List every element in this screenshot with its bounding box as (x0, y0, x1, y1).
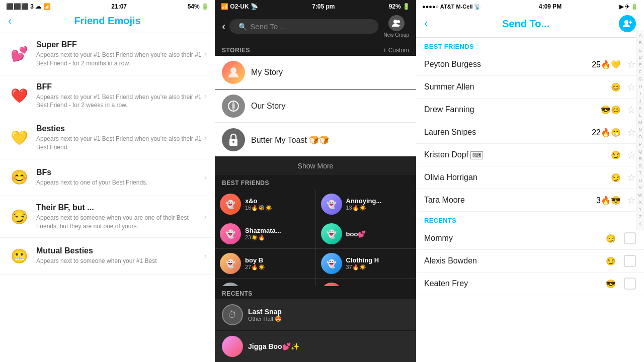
az-letter[interactable]: P (638, 141, 641, 148)
select-checkbox[interactable] (624, 278, 636, 290)
list-item[interactable]: Mommy 😏 (416, 227, 644, 250)
az-letter[interactable]: H (638, 83, 642, 90)
az-index-sidebar[interactable]: A B C D E F G H I J K L M N O P Q R S T … (636, 30, 644, 230)
custom-button[interactable]: + Custom (383, 47, 409, 54)
story-item[interactable]: Butter My Toast 🍞🍞 (215, 123, 416, 156)
az-letter[interactable]: T (639, 169, 642, 176)
list-item[interactable]: 💛 Besties Appears next to your #1 Best F… (0, 117, 215, 159)
list-item[interactable]: Kristen Dopf ⌨ 😏 ☆ (416, 144, 644, 166)
list-item[interactable]: 💕 Super BFF Appears next to your #1 Best… (0, 33, 215, 75)
list-item[interactable]: Summer Allen 😊 ☆ (416, 76, 644, 99)
star-icon[interactable]: ☆ (627, 58, 636, 70)
bfs-title: BFs (36, 168, 204, 177)
list-item[interactable]: 👻 boo💕 (316, 219, 417, 248)
send-to-panel-right: ●●●●○ AT&T M-Cell 📡 4:09 PM ▶ ✈ 🔋 ‹ Send… (416, 0, 644, 362)
friend-emojis: 😏 (611, 173, 621, 183)
az-letter[interactable]: F (639, 68, 642, 75)
az-letter[interactable]: W (638, 192, 642, 199)
az-letter[interactable]: B (638, 39, 641, 46)
list-item[interactable]: Keaten Frey 😎 (416, 273, 644, 295)
list-item[interactable]: Peyton Burgess 25🔥💛 ☆ (416, 53, 644, 76)
bf-info: Clothing H 37🔥☀️ (346, 256, 379, 270)
list-item[interactable]: 👻 Shazmata... 23☀️🔥 (215, 219, 315, 248)
list-item[interactable]: ⏱ Last Snap Other Half 😍 (215, 299, 416, 330)
bf-name: Annoying... (346, 197, 382, 205)
list-item[interactable]: 👻 x&o 16🔥🐝☀️ (215, 190, 315, 219)
super-bff-icon: 💕 (8, 43, 30, 65)
their-bf-icon: 😏 (8, 206, 30, 228)
list-item[interactable]: 👻 ldek (316, 279, 417, 286)
az-letter[interactable]: U (638, 177, 642, 184)
search-bar-2[interactable]: 🔍 Send To ... (229, 19, 378, 34)
our-story-avatar (222, 95, 245, 118)
az-letter[interactable]: O (638, 133, 642, 140)
list-item[interactable]: 😊 BFs Appears next to one of your Best F… (0, 159, 215, 196)
list-item[interactable]: Jigga Boo💕✨ (215, 331, 416, 362)
list-item[interactable]: 😏 Their BF, but ... Appears next to some… (0, 196, 215, 238)
story-item[interactable]: My Story (215, 56, 416, 89)
besties-desc: Appears next to your #1 Best Friend when… (36, 135, 204, 152)
add-friend-button[interactable] (619, 15, 636, 32)
az-letter[interactable]: D (638, 54, 642, 61)
az-letter[interactable]: Q (638, 148, 642, 155)
story-item[interactable]: Our Story (215, 89, 416, 123)
show-more-button[interactable]: Show More (215, 157, 416, 175)
bf-avatar: 👻 (220, 223, 241, 244)
friend-name: Mommy (424, 234, 606, 243)
list-item[interactable]: Lauren Snipes 22🔥😁 ☆ (416, 121, 644, 144)
back-button-1[interactable]: ‹ (8, 15, 12, 28)
star-icon[interactable]: ☆ (627, 104, 636, 116)
list-item[interactable]: 😬 Mutual Besties Appears next to someone… (0, 238, 215, 275)
az-letter[interactable]: M (638, 119, 642, 126)
az-letter[interactable]: X (638, 199, 641, 206)
az-letter[interactable]: G (638, 75, 642, 82)
star-icon[interactable]: ☆ (627, 194, 636, 206)
az-letter[interactable]: K (638, 105, 641, 112)
bf-info: Shazmata... 23☀️🔥 (245, 227, 281, 241)
list-item[interactable]: Tara Moore 3🔥😎 ☆ (416, 189, 644, 212)
az-letter[interactable]: I (639, 90, 641, 97)
list-item[interactable]: 👻 boy B 27🔥☀️ (215, 249, 315, 278)
bfs-text: BFs Appears next to one of your Best Fri… (36, 168, 204, 187)
list-item[interactable]: 👻 Clothing H 37🔥☀️ (316, 249, 417, 278)
friend-name: Lauren Snipes (424, 128, 592, 137)
new-group-icon: + (388, 15, 405, 31)
star-icon[interactable]: ☆ (627, 149, 636, 161)
az-letter[interactable]: L (639, 112, 641, 119)
friend-emojis: 25🔥💛 (592, 60, 621, 69)
star-icon[interactable]: ☆ (627, 81, 636, 93)
back-button-3[interactable]: ‹ (424, 17, 428, 30)
list-item[interactable]: 👻 Annoying... 13🔥☀️ (316, 190, 417, 219)
besties-text: Besties Appears next to your #1 Best Fri… (36, 124, 204, 152)
new-group-button[interactable]: + New Group (383, 15, 409, 38)
az-letter[interactable]: C (638, 47, 642, 54)
bf-avatar: 👻 (321, 253, 342, 274)
best-friends-title: BEST FRIENDS (215, 175, 416, 190)
select-checkbox[interactable] (624, 232, 636, 244)
chevron-right-icon: › (204, 212, 207, 221)
friend-emojis: 😎😊 (601, 105, 621, 115)
status-bar-1: ⬛⬛⬛ 3 ☁ 📶 21:07 54% 🔋 (0, 0, 215, 11)
bf-score: 16🔥🐝☀️ (245, 205, 272, 211)
az-letter[interactable]: E (638, 61, 641, 68)
list-item[interactable]: ❤️ BFF Appears next to your #1 Best Frie… (0, 75, 215, 118)
status-time-3: 4:09 PM (539, 3, 561, 10)
star-icon[interactable]: ☆ (627, 126, 636, 138)
az-letter[interactable]: Y (638, 206, 641, 213)
list-item[interactable]: Olivia Horrigan 😏 ☆ (416, 166, 644, 189)
az-letter[interactable]: J (639, 98, 641, 105)
back-button-2[interactable]: ‹ (222, 20, 225, 33)
az-letter[interactable]: # (639, 220, 641, 227)
az-letter[interactable]: A (638, 32, 641, 39)
list-item[interactable]: 👻 annoying # 30🔥☀️ (215, 279, 315, 286)
list-item[interactable]: Alexis Bowden 😏 (416, 250, 644, 273)
super-bff-title: Super BFF (36, 40, 204, 49)
star-icon[interactable]: ☆ (627, 171, 636, 184)
az-letter[interactable]: V (638, 184, 641, 191)
az-letter[interactable]: N (638, 126, 642, 133)
select-checkbox[interactable] (624, 255, 636, 267)
list-item[interactable]: Drew Fanning 😎😊 ☆ (416, 99, 644, 121)
az-letter[interactable]: S (638, 162, 641, 169)
az-letter[interactable]: R (638, 155, 642, 162)
az-letter[interactable]: Z (639, 213, 642, 220)
